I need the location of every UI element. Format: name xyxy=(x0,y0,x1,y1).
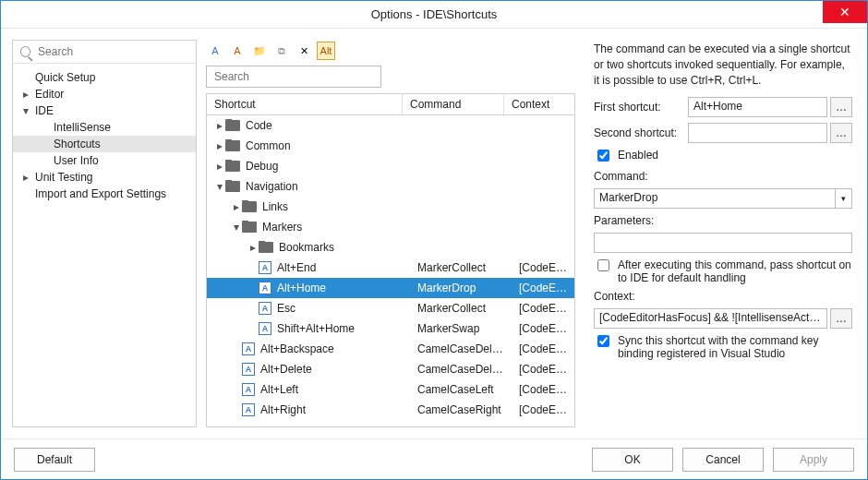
shortcut-cell: AAlt+Left xyxy=(207,383,417,396)
shortcut-cell: AAlt+Backspace xyxy=(207,342,417,355)
shortcut-icon: A xyxy=(259,322,271,335)
context-input[interactable]: [CodeEditorHasFocus] && ![IntellisenseAc… xyxy=(594,308,827,329)
first-shortcut-input[interactable]: Alt+Home xyxy=(688,97,827,117)
table-row[interactable]: ▾Markers xyxy=(207,217,574,237)
table-row[interactable]: ▾Navigation xyxy=(207,176,574,197)
table-row[interactable]: ▸Common xyxy=(207,136,574,156)
shortcut-cell: AAlt+Home xyxy=(207,282,417,294)
grid-header: Shortcut Command Context xyxy=(207,94,574,115)
table-row[interactable]: ▸Bookmarks xyxy=(207,237,574,258)
chevron-right-icon[interactable]: ▸ xyxy=(20,88,31,101)
nav-item[interactable]: Import and Export Settings xyxy=(13,186,196,202)
table-row[interactable]: ▸Debug xyxy=(207,156,574,176)
col-shortcut[interactable]: Shortcut xyxy=(207,94,403,114)
new-shortcut-alt-icon[interactable]: A xyxy=(228,42,247,60)
new-shortcut-icon[interactable]: A xyxy=(206,42,224,60)
apply-button[interactable]: Apply xyxy=(773,448,854,472)
command-cell: CamelCaseLeft xyxy=(417,383,519,396)
context-browse-button[interactable]: … xyxy=(830,308,852,329)
table-row[interactable]: ▸Code xyxy=(207,115,574,136)
duplicate-icon[interactable]: ⧉ xyxy=(272,42,291,60)
shortcut-label: Markers xyxy=(262,221,302,234)
nav-item-label: User Info xyxy=(54,154,99,167)
shortcut-label: Alt+Left xyxy=(260,383,298,396)
new-folder-icon[interactable]: 📁 xyxy=(250,42,269,60)
grid-search[interactable] xyxy=(206,66,381,88)
close-button[interactable]: ✕ xyxy=(823,1,867,23)
table-row[interactable]: AAlt+HomeMarkerDrop[CodeEdit… xyxy=(207,278,574,298)
table-row[interactable]: AShift+Alt+HomeMarkerSwap[CodeEdit… xyxy=(207,318,574,339)
context-cell: [CodeEdit… xyxy=(519,261,574,274)
shortcut-label: Code xyxy=(246,119,272,132)
nav-item[interactable]: IntelliSense xyxy=(13,119,196,136)
sync-checkbox[interactable] xyxy=(597,335,609,347)
parameters-input[interactable] xyxy=(594,233,852,253)
grid-search-input[interactable] xyxy=(212,69,375,84)
ok-button[interactable]: OK xyxy=(592,448,673,472)
second-shortcut-input[interactable] xyxy=(688,123,827,143)
sync-label: Sync this shortcut with the command key … xyxy=(618,334,852,360)
shortcut-label: Alt+Delete xyxy=(260,363,312,376)
chevron-right-icon[interactable]: ▸ xyxy=(20,171,31,184)
shortcut-cell: AEsc xyxy=(207,302,417,315)
table-row[interactable]: AEscMarkerCollect[CodeEdit… xyxy=(207,298,574,318)
shortcut-label: Shift+Alt+Home xyxy=(277,322,355,335)
command-select[interactable]: MarkerDrop ▾ xyxy=(594,188,852,209)
parameters-label: Parameters: xyxy=(594,214,852,227)
delete-icon[interactable]: ✕ xyxy=(295,42,313,60)
nav-item[interactable]: ▸Unit Testing xyxy=(13,169,196,186)
shortcut-label: Links xyxy=(262,200,288,213)
folder-icon xyxy=(225,140,240,151)
nav-item[interactable]: Quick Setup xyxy=(13,69,196,86)
command-cell: MarkerCollect xyxy=(417,302,519,315)
chevron-down-icon[interactable]: ▾ xyxy=(214,180,225,193)
context-cell: [CodeEdit… xyxy=(519,403,574,416)
shortcut-cell: ▸Common xyxy=(207,139,417,152)
nav-item[interactable]: ▸Editor xyxy=(13,86,196,102)
chevron-right-icon[interactable]: ▸ xyxy=(214,119,225,132)
shortcut-cell: AAlt+Delete xyxy=(207,363,417,376)
chevron-right-icon[interactable]: ▸ xyxy=(214,160,225,173)
nav-item-label: Shortcuts xyxy=(54,138,101,150)
first-shortcut-browse-button[interactable]: … xyxy=(830,97,852,117)
second-shortcut-browse-button[interactable]: … xyxy=(830,123,852,143)
pass-through-checkbox[interactable] xyxy=(597,259,609,271)
table-row[interactable]: AAlt+BackspaceCamelCaseDel…[CodeEdit… xyxy=(207,339,574,359)
command-value: MarkerDrop xyxy=(595,189,835,208)
enabled-label: Enabled xyxy=(618,149,658,162)
nav-search[interactable] xyxy=(13,41,196,64)
footer: Default OK Cancel Apply xyxy=(1,438,867,479)
chevron-down-icon[interactable]: ▾ xyxy=(231,221,242,234)
cancel-button[interactable]: Cancel xyxy=(682,448,764,472)
default-button[interactable]: Default xyxy=(14,448,95,472)
toolbar: AA📁⧉✕Alt xyxy=(206,40,575,66)
nav-panel: Quick Setup▸Editor▾IDEIntelliSenseShortc… xyxy=(12,40,197,427)
nav-item-label: Editor xyxy=(35,88,64,101)
shortcut-cell: ▸Links xyxy=(207,200,417,213)
chevron-down-icon[interactable]: ▾ xyxy=(20,104,31,117)
enabled-checkbox[interactable] xyxy=(597,150,609,162)
col-context[interactable]: Context xyxy=(504,94,574,114)
nav-item[interactable]: Shortcuts xyxy=(13,136,196,152)
table-row[interactable]: AAlt+LeftCamelCaseLeft[CodeEdit… xyxy=(207,379,574,400)
shortcut-label: Common xyxy=(246,139,291,152)
grid-body[interactable]: ▸Code▸Common▸Debug▾Navigation▸Links▾Mark… xyxy=(207,115,574,426)
chevron-right-icon[interactable]: ▸ xyxy=(231,200,242,213)
shortcut-cell: ▸Bookmarks xyxy=(207,241,417,254)
table-row[interactable]: AAlt+EndMarkerCollect[CodeEdit… xyxy=(207,258,574,278)
chevron-right-icon[interactable]: ▸ xyxy=(214,139,225,152)
show-conflicts-icon[interactable]: Alt xyxy=(317,42,335,60)
chevron-right-icon[interactable]: ▸ xyxy=(247,241,259,254)
nav-search-input[interactable] xyxy=(36,44,188,59)
second-shortcut-label: Second shortcut: xyxy=(594,126,682,139)
table-row[interactable]: AAlt+DeleteCamelCaseDel…[CodeEdit… xyxy=(207,359,574,379)
shortcut-label: Bookmarks xyxy=(279,241,334,254)
second-shortcut-row: Second shortcut: … xyxy=(594,123,852,143)
shortcut-cell: ▾Navigation xyxy=(207,180,417,193)
nav-item[interactable]: User Info xyxy=(13,152,196,169)
nav-item[interactable]: ▾IDE xyxy=(13,102,196,119)
table-row[interactable]: AAlt+RightCamelCaseRight[CodeEdit… xyxy=(207,400,574,420)
table-row[interactable]: ▸Links xyxy=(207,197,574,217)
shortcut-label: Esc xyxy=(277,302,295,315)
col-command[interactable]: Command xyxy=(403,94,504,114)
